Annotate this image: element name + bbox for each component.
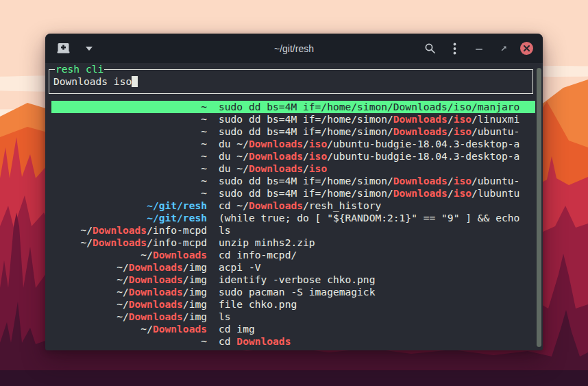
new-tab-button[interactable] bbox=[55, 40, 71, 57]
search-button[interactable] bbox=[421, 40, 438, 57]
row-command: cd img bbox=[219, 323, 535, 335]
restore-button[interactable] bbox=[495, 40, 512, 57]
row-command: cd ~/Downloads/resh_history bbox=[219, 200, 535, 212]
minimize-icon bbox=[475, 45, 483, 53]
history-row[interactable]: ~du ~/Downloads/iso/ubuntu-budgie-18.04.… bbox=[51, 138, 535, 150]
new-tab-icon bbox=[57, 43, 70, 54]
close-icon bbox=[524, 45, 530, 51]
row-command: sudo dd bs=4M if=/home/simon/Downloads/i… bbox=[219, 101, 535, 113]
row-command: acpi -V bbox=[219, 261, 535, 274]
row-directory: ~ bbox=[51, 113, 207, 125]
history-row[interactable]: ~/Downloads/imgls bbox=[51, 311, 535, 323]
row-command: du ~/Downloads/iso/ubuntu-budgie-18.04.3… bbox=[219, 138, 535, 150]
history-list: ~sudo dd bs=4M if=/home/simon/Downloads/… bbox=[51, 101, 535, 348]
row-directory: ~/Downloads/info-mcpd bbox=[51, 237, 207, 249]
row-directory: ~/Downloads/img bbox=[51, 286, 207, 298]
row-command: unzip minhs2.zip bbox=[219, 237, 535, 249]
row-directory: ~/git/resh bbox=[51, 212, 207, 224]
row-directory: ~/Downloads bbox=[51, 249, 207, 261]
history-row[interactable]: ~sudo dd bs=4M if=/home/simon/Downloads/… bbox=[51, 175, 535, 187]
menu-button[interactable] bbox=[446, 40, 463, 57]
history-row[interactable]: ~/Downloads/imgsudo pacman -S imagemagic… bbox=[51, 286, 535, 298]
row-command: (while true; do [ "${RANDOM:2:1}" == "9"… bbox=[219, 212, 535, 224]
search-input[interactable]: Downloads iso bbox=[49, 70, 532, 88]
resh-search-panel: resh cli Downloads iso bbox=[49, 69, 533, 94]
minimize-button[interactable] bbox=[471, 40, 487, 57]
history-row[interactable]: ~/Downloads/info-mcpdunzip minhs2.zip bbox=[51, 237, 535, 249]
close-button[interactable] bbox=[520, 42, 533, 55]
titlebar[interactable]: ~/git/resh bbox=[45, 34, 543, 63]
resh-panel-label: resh cli bbox=[55, 63, 104, 75]
scrollbar[interactable] bbox=[536, 68, 542, 347]
row-directory: ~/Downloads/info-mcpd bbox=[51, 224, 207, 237]
row-command: file chko.png bbox=[219, 298, 535, 311]
search-query-text: Downloads iso bbox=[53, 75, 132, 87]
history-row[interactable]: ~sudo dd bs=4M if=/home/simon/Downloads/… bbox=[51, 113, 535, 125]
tab-dropdown-button[interactable] bbox=[81, 40, 97, 57]
row-command: identify -verbose chko.png bbox=[219, 274, 535, 286]
history-row[interactable]: ~du ~/Downloads/iso/ubuntu-budgie-18.04.… bbox=[51, 150, 535, 162]
row-directory: ~ bbox=[51, 138, 207, 150]
row-command: cd Downloads bbox=[219, 335, 535, 348]
terminal-content: resh cli Downloads iso ~sudo dd bs=4M if… bbox=[45, 63, 543, 350]
history-row[interactable]: ~sudo dd bs=4M if=/home/simon/Downloads/… bbox=[51, 125, 535, 138]
row-command: cd info-mcpd/ bbox=[219, 249, 535, 261]
chevron-down-icon bbox=[86, 47, 93, 51]
search-icon bbox=[424, 43, 436, 54]
row-directory: ~ bbox=[51, 125, 207, 138]
history-row[interactable]: ~/Downloads/imgidentify -verbose chko.pn… bbox=[51, 274, 535, 286]
history-row[interactable]: ~/git/resh(while true; do [ "${RANDOM:2:… bbox=[51, 212, 535, 224]
row-directory: ~ bbox=[51, 150, 207, 162]
row-directory: ~ bbox=[51, 175, 207, 187]
row-command: sudo dd bs=4M if=/home/simon/Downloads/i… bbox=[219, 175, 535, 187]
history-row[interactable]: ~du ~/Downloads/iso bbox=[51, 162, 535, 175]
row-command: ls bbox=[219, 311, 535, 323]
history-row[interactable]: ~/Downloads/imgfile chko.png bbox=[51, 298, 535, 311]
terminal-window: ~/git/resh bbox=[45, 34, 543, 350]
row-command: sudo dd bs=4M if=/home/simon/Downloads/i… bbox=[219, 113, 535, 125]
row-directory: ~ bbox=[51, 335, 207, 348]
row-command: ls bbox=[219, 224, 535, 237]
row-directory: ~/Downloads/img bbox=[51, 274, 207, 286]
text-cursor bbox=[132, 76, 138, 87]
row-directory: ~/git/resh bbox=[51, 200, 207, 212]
row-directory: ~/Downloads/img bbox=[51, 298, 207, 311]
restore-icon bbox=[500, 45, 508, 53]
row-directory: ~/Downloads/img bbox=[51, 311, 207, 323]
row-command: du ~/Downloads/iso bbox=[219, 162, 535, 175]
row-directory: ~ bbox=[51, 162, 207, 175]
row-command: sudo dd bs=4M if=/home/simon/Downloads/i… bbox=[219, 125, 535, 138]
history-row[interactable]: ~/Downloads/info-mcpdls bbox=[51, 224, 535, 237]
row-command: du ~/Downloads/iso/ubuntu-budgie-18.04.3… bbox=[219, 150, 535, 162]
row-command: sudo dd bs=4M if=/home/simon/Downloads/i… bbox=[219, 187, 535, 200]
row-directory: ~/Downloads/img bbox=[51, 261, 207, 274]
history-row[interactable]: ~sudo dd bs=4M if=/home/simon/Downloads/… bbox=[51, 187, 535, 200]
row-directory: ~/Downloads bbox=[51, 323, 207, 335]
history-row[interactable]: ~cd Downloads bbox=[51, 335, 535, 348]
row-command: sudo pacman -S imagemagick bbox=[219, 286, 535, 298]
history-row-selected[interactable]: ~sudo dd bs=4M if=/home/simon/Downloads/… bbox=[51, 101, 535, 113]
row-directory: ~ bbox=[51, 187, 207, 200]
history-row[interactable]: ~/Downloadscd info-mcpd/ bbox=[51, 249, 535, 261]
kebab-menu-icon bbox=[453, 43, 456, 55]
scrollbar-thumb[interactable] bbox=[537, 68, 541, 347]
history-row[interactable]: ~/git/reshcd ~/Downloads/resh_history bbox=[51, 200, 535, 212]
history-row[interactable]: ~/Downloadscd img bbox=[51, 323, 535, 335]
row-directory: ~ bbox=[51, 101, 207, 113]
history-row[interactable]: ~/Downloads/imgacpi -V bbox=[51, 261, 535, 274]
